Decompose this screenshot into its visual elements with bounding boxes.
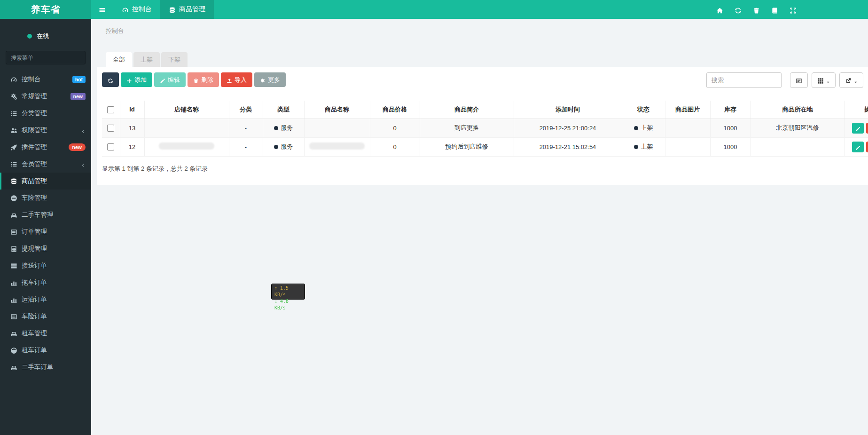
toolbar-right xyxy=(706,72,863,88)
columns-button[interactable] xyxy=(812,72,836,88)
type-label: 服务 xyxy=(281,143,293,150)
sidebar-item-拖车订单[interactable]: 拖车订单 xyxy=(0,274,91,291)
sidebar-item-label: 会员管理 xyxy=(22,160,47,168)
delete-row-button[interactable] xyxy=(866,123,868,134)
sidebar-item-会员管理[interactable]: 会员管理 xyxy=(0,156,91,173)
sidebar-item-租车管理[interactable]: 租车管理 xyxy=(0,325,91,342)
bar-chart-icon xyxy=(10,296,17,303)
detail-view-button[interactable] xyxy=(790,72,808,88)
caret-down-icon xyxy=(826,79,830,82)
cell-name xyxy=(304,119,370,137)
rocket-icon xyxy=(10,144,17,151)
column-header-商品价格: 商品价格 xyxy=(370,101,420,119)
gear-icon xyxy=(260,77,266,83)
refresh-button[interactable] xyxy=(102,72,119,87)
sidebar-item-label: 租车管理 xyxy=(22,329,47,338)
tab-下架[interactable]: 下架 xyxy=(161,52,188,67)
sidebar-item-权限管理[interactable]: 权限管理 xyxy=(0,122,91,139)
cell-shop xyxy=(144,137,229,156)
sidebar-item-label: 分类管理 xyxy=(22,109,47,118)
row-checkbox[interactable] xyxy=(107,125,114,132)
log-book-icon[interactable] xyxy=(771,6,778,13)
cell-price: 0 xyxy=(370,137,420,156)
export-button[interactable] xyxy=(839,72,863,88)
content-panel: 添加编辑删除导入更多 Id店铺名称分类类型商品名称商品价格商品简介添加时间状态商… xyxy=(97,67,868,185)
column-header-库存: 库存 xyxy=(710,101,751,119)
sidebar-item-二手车订单[interactable]: 二手车订单 xyxy=(0,359,91,376)
navbar-tab-商品管理[interactable]: 商品管理 xyxy=(160,0,214,19)
cell-added_time: 2019-12-21 15:02:54 xyxy=(514,137,622,156)
list-alt-icon xyxy=(10,229,17,236)
cell-stock: 1000 xyxy=(710,119,751,137)
download-speed: ↓ 4.8 KB/s xyxy=(274,298,302,311)
cell-actions xyxy=(845,119,868,137)
sidebar-item-接送订单[interactable]: 接送订单 xyxy=(0,257,91,274)
pencil-icon xyxy=(160,77,165,83)
trash-icon[interactable] xyxy=(753,6,760,13)
sidebar-item-控制台[interactable]: 控制台hot xyxy=(0,71,91,88)
navbar-tab-label: 商品管理 xyxy=(179,5,205,14)
calculator-icon xyxy=(10,245,17,253)
sidebar-item-label: 常规管理 xyxy=(22,92,47,101)
refresh-icon[interactable] xyxy=(735,6,742,13)
row-checkbox[interactable] xyxy=(107,143,114,150)
edit-row-button[interactable] xyxy=(852,123,864,134)
products-table: Id店铺名称分类类型商品名称商品价格商品简介添加时间状态商品图片库存商品所在地操… xyxy=(102,101,868,157)
sidebar-item-商品管理[interactable]: 商品管理 xyxy=(0,173,91,190)
sidebar-item-分类管理[interactable]: 分类管理 xyxy=(0,105,91,122)
sidebar-item-运油订单[interactable]: 运油订单 xyxy=(0,291,91,308)
table-toolbar: 添加编辑删除导入更多 xyxy=(102,72,868,88)
edit-row-button[interactable] xyxy=(852,142,864,152)
expand-icon[interactable] xyxy=(790,6,797,13)
cell-select xyxy=(102,137,120,156)
sidebar-item-label: 租车订单 xyxy=(22,346,47,355)
sidebar-item-二手车管理[interactable]: 二手车管理 xyxy=(0,206,91,223)
sidebar-item-车险管理[interactable]: 车险管理 xyxy=(0,190,91,206)
tab-上架[interactable]: 上架 xyxy=(133,52,160,67)
more-button[interactable]: 更多 xyxy=(254,72,286,87)
cell-category: - xyxy=(229,119,263,137)
sidebar-search-input[interactable] xyxy=(6,51,86,64)
sidebar-item-label: 拖车订单 xyxy=(22,278,47,287)
chevron-left-icon xyxy=(80,128,86,133)
list-icon xyxy=(10,110,17,117)
column-header-分类: 分类 xyxy=(229,101,263,119)
car-icon xyxy=(10,212,17,219)
column-header-商品名称: 商品名称 xyxy=(304,101,370,119)
sidebar-badge: new xyxy=(69,143,86,151)
sidebar-item-label: 权限管理 xyxy=(22,126,47,134)
sidebar-item-订单管理[interactable]: 订单管理 xyxy=(0,223,91,240)
sidebar-toggle-button[interactable] xyxy=(91,0,113,19)
tab-全部[interactable]: 全部 xyxy=(106,52,132,67)
navbar-tab-控制台[interactable]: 控制台 xyxy=(113,0,160,19)
sidebar-item-车险订单[interactable]: 车险订单 xyxy=(0,308,91,325)
trash-icon xyxy=(193,77,199,83)
import-button[interactable]: 导入 xyxy=(221,72,252,87)
sidebar-item-label: 二手车管理 xyxy=(22,211,54,219)
table-search-input[interactable] xyxy=(706,72,782,88)
search-icon xyxy=(75,54,81,60)
gears-icon xyxy=(10,93,17,100)
database-icon xyxy=(169,6,176,13)
chevron-left-icon xyxy=(80,162,86,167)
breadcrumb-label: 控制台 xyxy=(106,27,124,35)
home-icon[interactable] xyxy=(716,6,723,13)
cell-added_time: 2019-12-25 21:00:24 xyxy=(514,119,622,137)
view-buttons xyxy=(782,72,863,88)
th-icon xyxy=(817,77,824,84)
sidebar-item-租车订单[interactable]: 租车订单 xyxy=(0,342,91,359)
menu-icon xyxy=(99,6,106,13)
cell-category: - xyxy=(229,137,263,156)
add-button[interactable]: 添加 xyxy=(121,72,152,87)
select-all-checkbox[interactable] xyxy=(107,106,114,113)
delete-row-button[interactable] xyxy=(866,142,868,152)
sidebar-item-常规管理[interactable]: 常规管理new xyxy=(0,88,91,105)
status-dot-icon xyxy=(274,126,278,130)
bar-chart-icon xyxy=(10,279,17,286)
status-label: 上架 xyxy=(641,124,653,131)
sidebar-item-label: 提现管理 xyxy=(22,245,47,253)
sidebar-item-插件管理[interactable]: 插件管理new xyxy=(0,139,91,156)
main-content: 控制台 全部上架下架 添加编辑删除导入更多 Id店铺名称分类类型商品名称商品价格… xyxy=(91,0,868,185)
sidebar-item-提现管理[interactable]: 提现管理 xyxy=(0,240,91,257)
table-row: 13-服务0到店更换2019-12-25 21:00:24上架1000北京朝阳区… xyxy=(102,119,868,137)
